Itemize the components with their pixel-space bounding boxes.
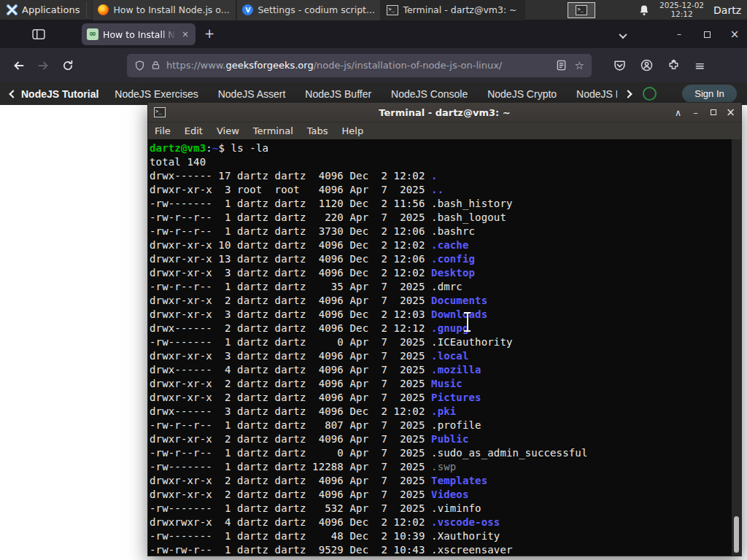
subnav-item[interactable]: NodeJS Assert	[218, 88, 286, 100]
terminal-shade-button[interactable]: ∧	[673, 107, 683, 118]
url-domain: geeksforgeeks.org	[225, 60, 313, 71]
file-name: .config	[431, 253, 475, 265]
terminal-listing-row: drwxr-xr-x 2 dartz dartz 4096 Apr 7 2025…	[150, 433, 469, 445]
terminal-listing-row: drwxrwxr-x 4 dartz dartz 4096 Dec 2 12:0…	[150, 516, 500, 528]
url-scheme: https://www.	[166, 60, 225, 71]
account-icon[interactable]	[640, 59, 653, 71]
taskbar-button-vscodium[interactable]: V Settings - codium script...	[236, 0, 381, 20]
shell-prompt: dartz@vm3:~$ ls -la	[150, 142, 268, 154]
taskbar-button-terminal[interactable]: >_ Terminal - dartz@vm3: ~	[381, 0, 525, 20]
clock-time: 12:12	[659, 10, 704, 19]
menu-terminal[interactable]: Terminal	[253, 125, 293, 136]
sign-in-button[interactable]: Sign In	[682, 85, 737, 103]
url-bar[interactable]: https://www.geeksforgeeks.org/node-js/in…	[127, 54, 592, 77]
terminal-listing-row: drwxr-xr-x 2 dartz dartz 4096 Apr 7 2025…	[150, 392, 481, 403]
search-icon[interactable]	[643, 87, 657, 101]
menu-file[interactable]: File	[155, 125, 171, 136]
subnav-back-link[interactable]: NodeJS Tutorial	[10, 88, 98, 100]
taskbar-button-label: Settings - codium script...	[258, 4, 374, 15]
panel-username[interactable]: Dartz	[713, 4, 741, 16]
reader-mode-icon[interactable]	[557, 60, 566, 71]
url-path: /node-js/installation-of-node-js-on-linu…	[314, 60, 503, 71]
app-menu-hamburger-icon[interactable]: ≡	[694, 60, 705, 71]
forward-button[interactable]	[31, 54, 55, 77]
reload-button[interactable]	[55, 54, 80, 77]
terminal-listing-row: drwx------ 17 dartz dartz 4096 Dec 2 12:…	[150, 170, 438, 182]
clock-date: 2025-12-02	[659, 1, 704, 10]
taskbar-button-label: Terminal - dartz@vm3: ~	[403, 4, 516, 15]
workspace-pager[interactable]: >_	[568, 2, 595, 18]
file-name: .ICEauthority	[431, 336, 513, 348]
taskbar-button-firefox[interactable]: How to Install Node.js o...	[92, 0, 236, 20]
file-name: ..	[431, 184, 444, 195]
menu-edit[interactable]: Edit	[185, 125, 203, 136]
applications-menu-button[interactable]: Applications	[0, 0, 86, 20]
file-name: Downloads	[431, 308, 487, 320]
applications-menu-label: Applications	[22, 4, 80, 15]
terminal-listing-row: drwxr-xr-x 2 dartz dartz 4096 Apr 7 2025…	[150, 378, 462, 389]
menu-tabs[interactable]: Tabs	[307, 125, 328, 136]
terminal-icon: >_	[387, 5, 398, 15]
subnav-active-label: NodeJS Tutorial	[21, 88, 98, 100]
file-name: .	[431, 170, 438, 182]
firefox-tab-bar: ∞ How to Install Node.js on × + – ×	[0, 20, 747, 48]
terminal-listing-row: drwxr-xr-x 13 dartz dartz 4096 Dec 2 12:…	[150, 253, 475, 265]
terminal-listing-row: drwxr-xr-x 3 dartz dartz 4096 Apr 7 2025…	[150, 350, 469, 362]
terminal-listing-row: drwxr-xr-x 3 root root 4096 Apr 7 2025 .…	[150, 184, 444, 195]
terminal-listing-row: drwx------ 4 dartz dartz 4096 Apr 7 2025…	[150, 364, 481, 376]
terminal-screen[interactable]: dartz@vm3:~$ ls -la total 140 drwx------…	[148, 139, 741, 556]
terminal-listing-row: drwxr-xr-x 3 dartz dartz 4096 Dec 2 12:0…	[150, 308, 487, 320]
tab-close-icon[interactable]: ×	[182, 30, 189, 39]
back-button[interactable]	[6, 54, 31, 77]
file-name: Public	[431, 433, 468, 445]
menu-view[interactable]: View	[217, 125, 239, 136]
firefox-view-icon[interactable]	[32, 28, 45, 40]
subnav-item[interactable]: NodeJS Console	[391, 88, 468, 100]
mouse-cursor-ibeam	[463, 312, 471, 332]
subnav-item[interactable]: NodeJS Crypto	[487, 88, 557, 100]
terminal-listing-row: drwxr-xr-x 2 dartz dartz 4096 Apr 7 2025…	[150, 489, 469, 500]
file-name: .pki	[431, 405, 456, 417]
tracking-shield-icon[interactable]	[134, 60, 145, 71]
window-close-button[interactable]: ×	[729, 28, 740, 41]
total-line: total 140	[150, 156, 206, 168]
file-name: .bash_history	[431, 198, 513, 209]
panel-clock[interactable]: 2025-12-02 12:12	[659, 1, 704, 18]
terminal-window-controls: ∧ – ×	[673, 106, 735, 119]
terminal-minimize-button[interactable]: –	[691, 107, 700, 118]
terminal-listing-row: -rw-r--r-- 1 dartz dartz 35 Apr 7 2025 .…	[150, 281, 462, 292]
terminal-close-button[interactable]: ×	[726, 106, 735, 119]
terminal-maximize-button[interactable]	[708, 109, 718, 115]
terminal-titlebar[interactable]: >_ Terminal - dartz@vm3: ~ ∧ – ×	[148, 103, 741, 122]
window-minimize-button[interactable]: –	[674, 29, 684, 39]
new-tab-button[interactable]: +	[204, 26, 214, 41]
terminal-listing-row: -rw------- 1 dartz dartz 48 Dec 2 10:39 …	[150, 530, 500, 542]
window-maximize-button[interactable]	[702, 31, 712, 38]
list-all-tabs-chevron-icon[interactable]	[620, 28, 626, 42]
terminal-scrollbar-thumb[interactable]	[734, 516, 739, 553]
subnav-item[interactable]: NodeJS Buffer	[305, 88, 371, 100]
pocket-save-icon[interactable]	[614, 59, 626, 71]
notification-bell-icon[interactable]	[638, 4, 650, 16]
prompt-user-host: dartz@vm3	[150, 142, 206, 154]
file-name: .vscode-oss	[431, 516, 500, 528]
terminal-listing-row: -rw-r--r-- 1 dartz dartz 0 Apr 7 2025 .s…	[150, 447, 588, 459]
chevron-left-icon	[9, 90, 17, 98]
terminal-window-title: Terminal - dartz@vm3: ~	[148, 107, 741, 118]
terminal-scrollbar-track[interactable]	[732, 139, 741, 556]
browser-tab-active[interactable]: ∞ How to Install Node.js on ×	[82, 23, 196, 45]
extensions-puzzle-icon[interactable]	[667, 59, 680, 71]
geeksforgeeks-favicon: ∞	[87, 28, 98, 40]
terminal-listing-row: drwxr-xr-x 10 dartz dartz 4096 Dec 2 12:…	[150, 239, 469, 251]
subnav-item[interactable]: NodeJS Exercises	[115, 88, 198, 100]
prompt-symbol: $	[218, 142, 231, 154]
typed-command: ls -la	[231, 142, 268, 154]
tab-title: How to Install Node.js on	[103, 29, 177, 40]
bookmark-star-icon[interactable]: ☆	[575, 59, 584, 72]
menu-help[interactable]: Help	[342, 125, 364, 136]
prompt-separator: :	[206, 142, 212, 154]
chevron-right-icon	[624, 90, 632, 98]
terminal-icon: >_	[576, 5, 587, 15]
file-name: .bash_logout	[431, 211, 506, 223]
lock-icon[interactable]	[151, 60, 160, 71]
